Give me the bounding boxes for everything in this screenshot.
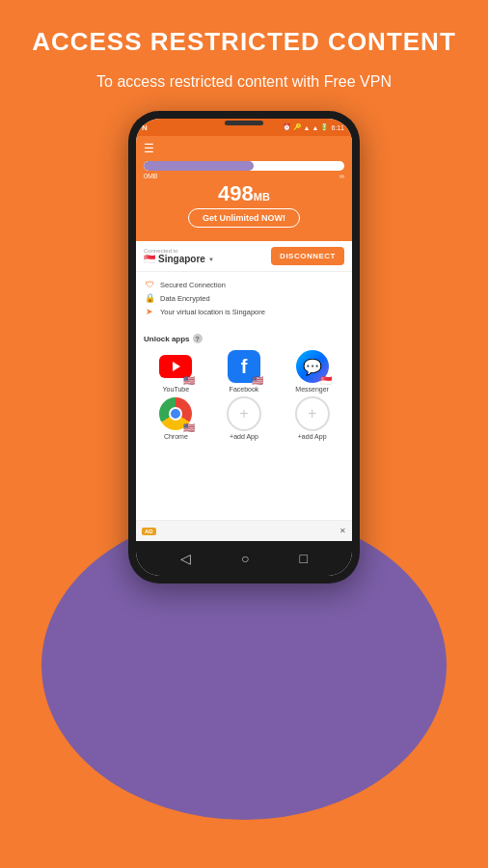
add-app-1-icon: + bbox=[227, 396, 261, 431]
home-button[interactable]: ○ bbox=[241, 551, 249, 566]
key-icon: 🔑 bbox=[293, 123, 302, 131]
connected-left: Connected to 🇸🇬 Singapore ▼ bbox=[144, 248, 214, 264]
apps-grid: 🇺🇸 YouTube f 🇺🇸 Facebook bbox=[144, 349, 344, 440]
add-app-2-icon: + bbox=[295, 396, 330, 431]
app-item-messenger[interactable]: 💬 🇸🇬 Messenger bbox=[280, 349, 344, 393]
notification-icon: N bbox=[142, 123, 148, 132]
alarm-icon: ⏰ bbox=[283, 123, 291, 131]
location-icon: ➤ bbox=[144, 307, 155, 316]
time-display: 6:11 bbox=[331, 124, 344, 131]
info-text-encrypted: Data Encrypted bbox=[160, 294, 210, 303]
data-bar-track bbox=[144, 161, 344, 171]
connected-section: Connected to 🇸🇬 Singapore ▼ DISCONNECT bbox=[136, 241, 352, 272]
signal-icon: ▲ bbox=[312, 124, 318, 131]
data-bar-labels: 0MB ∞ bbox=[144, 173, 344, 179]
facebook-label: Facebook bbox=[230, 386, 259, 393]
ad-bar: AD ✕ bbox=[136, 520, 352, 541]
apps-title-text: Unlock apps bbox=[144, 335, 190, 343]
info-text-location: Your virtual location is Singapore bbox=[160, 308, 265, 316]
info-item-encrypted: 🔒 Data Encrypted bbox=[144, 293, 344, 303]
phone-body: N ⏰ 🔑 ▲ ▲ 🔋 6:11 ☰ bbox=[128, 111, 360, 583]
data-usage-number: 498 bbox=[218, 181, 254, 205]
youtube-play-triangle bbox=[173, 362, 180, 371]
add-app-2-wrapper: + bbox=[295, 396, 330, 431]
country-name: Singapore bbox=[158, 254, 205, 264]
country-selector[interactable]: 🇸🇬 Singapore ▼ bbox=[144, 254, 214, 264]
phone-screen: N ⏰ 🔑 ▲ ▲ 🔋 6:11 ☰ bbox=[136, 119, 352, 576]
chrome-label: Chrome bbox=[164, 433, 188, 440]
bottom-navigation: ◁ ○ □ bbox=[136, 541, 352, 576]
info-section: 🛡 Secured Connection 🔒 Data Encrypted ➤ … bbox=[136, 272, 352, 328]
youtube-icon-wrapper: 🇺🇸 bbox=[158, 349, 193, 384]
disconnect-button[interactable]: DISCONNECT bbox=[271, 247, 344, 265]
messenger-icon-wrapper: 💬 🇸🇬 bbox=[295, 349, 330, 384]
header-section: ACCESS RESTRICTED CONTENT To access rest… bbox=[0, 0, 488, 94]
shield-icon: 🛡 bbox=[144, 280, 155, 289]
ad-badge: AD bbox=[142, 528, 156, 535]
data-label-right: ∞ bbox=[339, 173, 344, 179]
add-app-1-label: +add App bbox=[230, 433, 258, 440]
chrome-icon-wrapper: 🇺🇸 bbox=[158, 396, 193, 431]
lock-icon: 🔒 bbox=[144, 293, 155, 303]
data-usage-unit: MB bbox=[254, 191, 270, 203]
chevron-down-icon: ▼ bbox=[208, 257, 214, 262]
data-usage: 498MB bbox=[144, 183, 344, 204]
back-button[interactable]: ◁ bbox=[180, 551, 191, 566]
app-item-add-2[interactable]: + +add App bbox=[280, 396, 344, 440]
data-bar-container: 0MB ∞ bbox=[144, 161, 344, 179]
chrome-flag: 🇺🇸 bbox=[183, 422, 195, 433]
app-item-chrome[interactable]: 🇺🇸 Chrome bbox=[144, 396, 208, 440]
youtube-label: YouTube bbox=[163, 386, 190, 393]
info-text-secured: Secured Connection bbox=[160, 281, 226, 289]
add-app-2-label: +add App bbox=[298, 433, 327, 440]
chrome-inner-circle bbox=[169, 407, 182, 420]
app-item-facebook[interactable]: f 🇺🇸 Facebook bbox=[212, 349, 277, 393]
apps-section: Unlock apps ? 🇺🇸 YouTube bbox=[136, 328, 352, 520]
ad-close[interactable]: ✕ bbox=[339, 527, 346, 535]
menu-icon[interactable]: ☰ bbox=[144, 142, 344, 155]
get-unlimited-button[interactable]: Get Unlimited NOW! bbox=[188, 208, 300, 228]
data-bar-fill bbox=[144, 161, 254, 171]
close-icon: ✕ bbox=[339, 527, 346, 535]
app-top-bar: ☰ 0MB ∞ 498MB Get Unlimited NOW! bbox=[136, 136, 352, 241]
facebook-flag: 🇺🇸 bbox=[252, 375, 263, 386]
app-item-youtube[interactable]: 🇺🇸 YouTube bbox=[144, 349, 208, 393]
phone-speaker bbox=[225, 121, 263, 125]
recents-button[interactable]: □ bbox=[300, 551, 308, 566]
info-item-location: ➤ Your virtual location is Singapore bbox=[144, 307, 344, 316]
main-headline: ACCESS RESTRICTED CONTENT bbox=[0, 27, 488, 57]
facebook-icon-wrapper: f 🇺🇸 bbox=[227, 349, 261, 384]
apps-title: Unlock apps ? bbox=[144, 334, 344, 343]
status-right: ⏰ 🔑 ▲ ▲ 🔋 6:11 bbox=[283, 123, 345, 131]
data-label-left: 0MB bbox=[144, 173, 157, 179]
country-flag: 🇸🇬 bbox=[144, 254, 155, 264]
help-icon[interactable]: ? bbox=[193, 334, 203, 343]
add-app-1-wrapper: + bbox=[227, 396, 261, 431]
app-item-add-1[interactable]: + +add App bbox=[212, 396, 277, 440]
battery-icon: 🔋 bbox=[320, 123, 329, 131]
wifi-icon: ▲ bbox=[304, 124, 311, 131]
messenger-label: Messenger bbox=[295, 386, 329, 393]
youtube-flag: 🇺🇸 bbox=[183, 375, 195, 386]
info-item-secured: 🛡 Secured Connection bbox=[144, 280, 344, 289]
sub-headline: To access restricted content with Free V… bbox=[0, 70, 488, 94]
phone-mockup: N ⏰ 🔑 ▲ ▲ 🔋 6:11 ☰ bbox=[0, 111, 488, 583]
messenger-flag: 🇸🇬 bbox=[320, 375, 332, 386]
status-left: N bbox=[142, 123, 148, 132]
